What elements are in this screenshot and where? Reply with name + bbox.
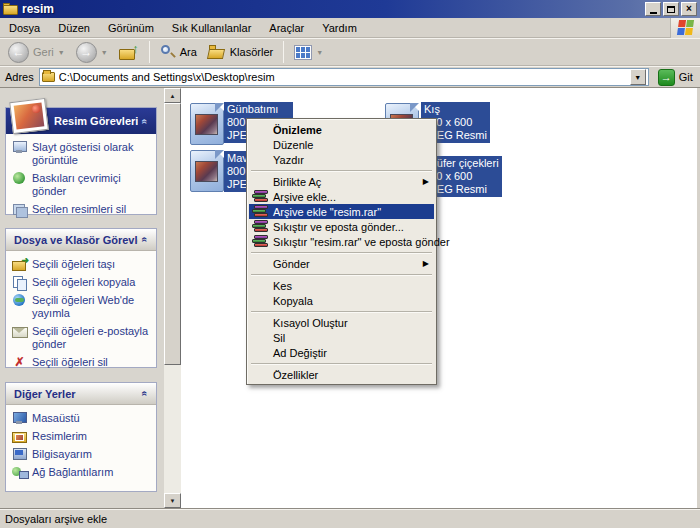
- desktop-icon: [12, 412, 27, 425]
- menu-item-add-to-archive[interactable]: Arşive ekle...: [249, 189, 434, 204]
- menu-bar: Dosya Düzen Görünüm Sık Kullanılanlar Ar…: [0, 18, 700, 38]
- menu-item-create-shortcut[interactable]: Kısayol Oluştur: [249, 315, 434, 330]
- menu-item-cut[interactable]: Kes: [249, 278, 434, 293]
- menu-file[interactable]: Dosya: [0, 19, 49, 37]
- place-my-computer[interactable]: Bilgisayarım: [12, 448, 152, 461]
- menu-item-rename[interactable]: Ad Değiştir: [249, 345, 434, 360]
- forward-button[interactable]: → ▼: [72, 40, 112, 65]
- menu-item-delete[interactable]: Sil: [249, 330, 434, 345]
- views-icon: [294, 45, 312, 60]
- title-bar: resim ×: [0, 0, 700, 18]
- close-button[interactable]: ×: [681, 2, 697, 16]
- menu-tools[interactable]: Araçlar: [260, 19, 313, 37]
- minimize-icon: [650, 12, 657, 14]
- menu-item-edit[interactable]: Düzenle: [249, 137, 434, 152]
- search-button[interactable]: Ara: [156, 42, 201, 62]
- submenu-arrow-icon: ▶: [423, 259, 429, 268]
- menu-separator: [251, 311, 432, 312]
- views-dropdown-icon[interactable]: ▼: [316, 49, 323, 56]
- forward-icon: →: [76, 42, 97, 63]
- forward-dropdown-icon[interactable]: ▼: [101, 49, 108, 56]
- menu-item-preview[interactable]: Önizleme: [249, 122, 434, 137]
- menu-separator: [251, 363, 432, 364]
- menu-item-copy[interactable]: Kopyala: [249, 293, 434, 308]
- explorer-window: resim × Dosya Düzen Görünüm Sık Kullanıl…: [0, 0, 700, 528]
- back-icon: ←: [8, 42, 29, 63]
- other-places-header[interactable]: Diğer Yerler «: [6, 383, 156, 405]
- go-button[interactable]: → Git: [655, 68, 696, 87]
- file-folder-tasks-header[interactable]: Dosya ve Klasör Görevleri «: [6, 229, 156, 251]
- menu-item-print[interactable]: Yazdır: [249, 152, 434, 167]
- address-label: Adres: [3, 71, 39, 83]
- windows-logo: [670, 18, 700, 38]
- menu-item-compress-rar-and-email[interactable]: Sıkıştır "resim.rar" ve eposta gönder: [249, 234, 434, 249]
- place-desktop[interactable]: Masaüstü: [12, 412, 152, 425]
- sidebar-scrollbar[interactable]: ▲ ▼: [164, 88, 181, 508]
- place-my-network[interactable]: Ağ Bağlantılarım: [12, 466, 152, 479]
- go-arrow-icon: →: [658, 69, 675, 86]
- search-icon: [160, 44, 176, 60]
- menu-separator: [251, 274, 432, 275]
- address-bar: Adres C:\Documents and Settings\x\Deskto…: [0, 66, 700, 88]
- menu-item-send-to[interactable]: Gönder▶: [249, 256, 434, 271]
- task-order-prints[interactable]: Baskıları çevrimiçi gönder: [12, 172, 152, 198]
- menu-item-add-to-resim-rar[interactable]: Arşive ekle "resim.rar": [249, 204, 434, 219]
- close-icon: ×: [686, 4, 692, 14]
- menu-separator: [251, 170, 432, 171]
- task-view-slideshow[interactable]: Slayt gösterisi olarak görüntüle: [12, 141, 152, 167]
- menu-help[interactable]: Yardım: [313, 19, 366, 37]
- task-publish-web[interactable]: Seçili öğeleri Web'de yayımla: [12, 294, 152, 320]
- toolbar-separator: [283, 41, 284, 63]
- task-delete-items[interactable]: ✗ Seçili öğeleri sil: [12, 356, 152, 369]
- scrollbar-thumb[interactable]: [164, 103, 181, 365]
- task-move-items[interactable]: Seçili öğeleri taşı: [12, 258, 152, 271]
- task-email-items[interactable]: Seçili öğeleri e-postayla gönder: [12, 325, 152, 351]
- picture-tasks-header[interactable]: Resim Görevleri «: [6, 108, 156, 134]
- menu-item-compress-and-email[interactable]: Sıkıştır ve eposta gönder...: [249, 219, 434, 234]
- toolbar: ← Geri ▼ → ▼ ↑ Ara Klasörler ▼: [0, 38, 700, 66]
- file-name: Kış: [424, 103, 487, 116]
- address-input[interactable]: C:\Documents and Settings\x\Desktop\resi…: [39, 68, 649, 86]
- status-text: Dosyaları arşive ekle: [5, 513, 107, 525]
- folders-button[interactable]: Klasörler: [204, 43, 277, 61]
- minimize-button[interactable]: [645, 2, 661, 16]
- menu-favorites[interactable]: Sık Kullanılanlar: [163, 19, 261, 37]
- collapse-chevron-icon[interactable]: «: [140, 237, 151, 243]
- collapse-chevron-icon[interactable]: «: [140, 391, 151, 397]
- context-menu: Önizleme Düzenle Yazdır Birlikte Aç▶ Arş…: [246, 118, 437, 385]
- folder-icon: [3, 3, 18, 15]
- maximize-button[interactable]: [663, 2, 679, 16]
- jpeg-file-icon: [190, 150, 224, 192]
- task-copy-items[interactable]: Seçili öğeleri kopyala: [12, 276, 152, 289]
- delete-icon: ✗: [12, 356, 27, 369]
- scroll-up-button[interactable]: ▲: [164, 88, 181, 103]
- task-delete-pictures[interactable]: Seçilen resimleri sil: [12, 203, 152, 216]
- folders-icon: [208, 45, 226, 59]
- back-button[interactable]: ← Geri ▼: [4, 40, 69, 65]
- winrar-icon: [252, 220, 267, 233]
- address-dropdown-button[interactable]: ▼: [630, 69, 646, 85]
- submenu-arrow-icon: ▶: [423, 177, 429, 186]
- email-icon: [12, 325, 27, 338]
- winrar-icon: [252, 190, 267, 203]
- menu-item-open-with[interactable]: Birlikte Aç▶: [249, 174, 434, 189]
- back-dropdown-icon[interactable]: ▼: [58, 49, 65, 56]
- winrar-icon: [252, 235, 267, 248]
- copy-items-icon: [12, 276, 27, 289]
- order-prints-icon: [12, 172, 27, 185]
- menu-edit[interactable]: Düzen: [49, 19, 99, 37]
- move-items-icon: [12, 258, 27, 271]
- up-button[interactable]: ↑: [115, 42, 143, 62]
- picture-tasks-icon: [9, 98, 49, 134]
- views-button[interactable]: ▼: [290, 43, 327, 62]
- delete-pictures-icon: [12, 203, 27, 216]
- menu-item-properties[interactable]: Özellikler: [249, 367, 434, 382]
- scroll-down-button[interactable]: ▼: [164, 493, 181, 508]
- picture-tasks-panel: Resim Görevleri « Slayt gösterisi olarak…: [5, 107, 157, 215]
- menu-view[interactable]: Görünüm: [99, 19, 163, 37]
- task-pane: Resim Görevleri « Slayt gösterisi olarak…: [0, 88, 164, 508]
- collapse-chevron-icon[interactable]: «: [140, 118, 151, 124]
- place-my-pictures[interactable]: Resimlerim: [12, 430, 152, 443]
- my-computer-icon: [12, 448, 27, 461]
- address-path: C:\Documents and Settings\x\Desktop\resi…: [59, 71, 275, 83]
